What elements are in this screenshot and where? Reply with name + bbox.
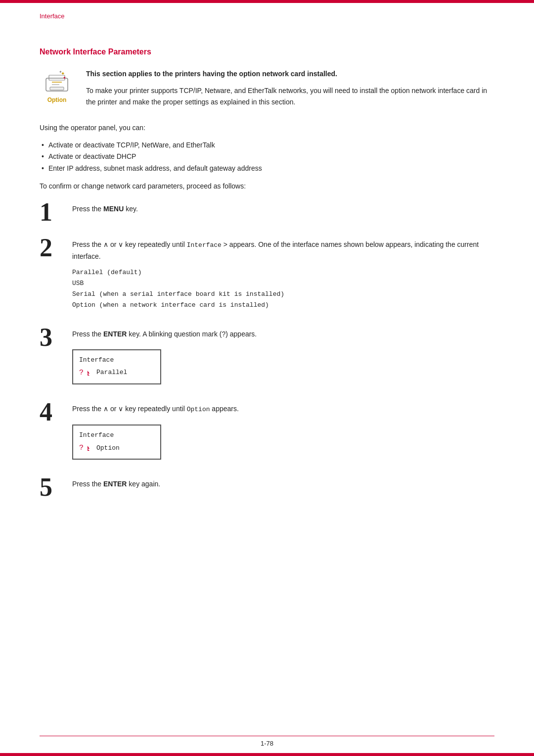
- svg-rect-2: [50, 87, 64, 90]
- step-2-row: 2 Press the ∧ or ∨ key repeatedly until …: [40, 235, 494, 315]
- step-3-display: Interface ? Parallel: [72, 349, 161, 384]
- step-4-text: Press the ∧ or ∨ key repeatedly until Op…: [72, 403, 494, 415]
- step-4-after: appears.: [210, 405, 238, 413]
- step-1-after: key.: [124, 205, 138, 213]
- step-1-plain: Press the: [72, 205, 103, 213]
- step-3-text: Press the ENTER key. A blinking question…: [72, 329, 494, 339]
- step-2-mono: Interface: [187, 241, 222, 249]
- step-2-number: 2: [40, 235, 63, 261]
- lcd-4-row-2: ? Option: [79, 441, 150, 455]
- step-2-plain: Press the ∧ or ∨ key repeatedly until: [72, 240, 187, 248]
- step-4-plain: Press the ∧ or ∨ key repeatedly until: [72, 405, 187, 413]
- step-1-row: 1 Press the MENU key.: [40, 199, 494, 225]
- intro-para2: Using the operator panel, you can:: [40, 122, 494, 133]
- step-1-text: Press the MENU key.: [72, 203, 494, 214]
- step-4-number: 4: [40, 399, 63, 425]
- intro-bold-text: This section applies to the printers hav…: [86, 68, 494, 79]
- step-1-content: Press the MENU key.: [72, 199, 494, 219]
- svg-text:✦: ✦: [59, 70, 62, 74]
- code-line-2: USB: [72, 278, 494, 289]
- svg-marker-11: [88, 449, 89, 451]
- lcd-4-line-1: Interface: [79, 429, 114, 441]
- step-3-row: 3 Press the ENTER key. A blinking questi…: [40, 325, 494, 389]
- bullet-item-2: Activate or deactivate DHCP: [40, 151, 494, 163]
- step-4-content: Press the ∧ or ∨ key repeatedly until Op…: [72, 399, 494, 465]
- step-1-number: 1: [40, 199, 63, 225]
- svg-marker-10: [88, 446, 89, 449]
- breadcrumb: Interface: [40, 3, 494, 24]
- bullet-list: Activate or deactivate TCP/IP, NetWare, …: [40, 140, 494, 175]
- bottom-rule: [40, 736, 494, 736]
- bottom-bar: [0, 753, 534, 756]
- code-line-3: Serial (when a serial interface board ki…: [72, 289, 494, 300]
- option-icon-area: ✦ ✦ ✦ Option: [40, 68, 74, 113]
- step-4-display: Interface ? Option: [72, 425, 161, 459]
- step-4-mono: Option: [187, 406, 210, 413]
- intro-block: ✦ ✦ ✦ Option This section applies to the…: [40, 68, 494, 113]
- code-line-4: Option (when a network interface card is…: [72, 300, 494, 311]
- intro-para1: To make your printer supports TCP/IP, Ne…: [86, 85, 494, 107]
- code-line-1: Parallel (default): [72, 267, 494, 278]
- svg-marker-8: [88, 371, 89, 374]
- lcd-3-line-1: Interface: [79, 354, 114, 366]
- bullet-item-3: Enter IP address, subnet mask address, a…: [40, 163, 494, 175]
- svg-text:✦: ✦: [63, 76, 66, 80]
- option-icon-label: Option: [47, 96, 67, 103]
- lcd-3-row-2: ? Parallel: [79, 366, 150, 379]
- page-footer: 1-78: [0, 740, 534, 747]
- step-5-bold: ENTER: [103, 480, 127, 488]
- step-1-bold: MENU: [103, 205, 124, 213]
- step-2-code: Parallel (default) USB Serial (when a se…: [72, 267, 494, 311]
- lcd-3-arrow: ?: [79, 366, 84, 379]
- lcd-3-row-1: Interface: [79, 354, 150, 366]
- step-5-number: 5: [40, 474, 63, 500]
- step-5-content: Press the ENTER key again.: [72, 474, 494, 494]
- step-3-plain: Press the: [72, 330, 103, 338]
- step-3-number: 3: [40, 325, 63, 350]
- step-5-after: key again.: [127, 480, 160, 488]
- lcd-4-arrow-icon: [87, 444, 93, 452]
- step-5-plain: Press the: [72, 480, 103, 488]
- step-2-content: Press the ∧ or ∨ key repeatedly until In…: [72, 235, 494, 315]
- printer-icon: ✦ ✦ ✦: [42, 68, 72, 95]
- step-3-bold: ENTER: [103, 330, 127, 338]
- lcd-4-line-2: Option: [96, 442, 120, 454]
- lcd-4-qmark: ?: [79, 441, 84, 455]
- step-5-text: Press the ENTER key again.: [72, 478, 494, 489]
- step-4-row: 4 Press the ∧ or ∨ key repeatedly until …: [40, 399, 494, 465]
- lcd-4-row-1: Interface: [79, 429, 150, 441]
- lcd-3-arrow-icon: [87, 369, 93, 377]
- step-3-content: Press the ENTER key. A blinking question…: [72, 325, 494, 389]
- svg-marker-9: [88, 374, 89, 376]
- lcd-3-line-2: Parallel: [96, 367, 127, 378]
- confirm-text: To confirm or change network card parame…: [40, 181, 494, 191]
- bullet-item-1: Activate or deactivate TCP/IP, NetWare, …: [40, 140, 494, 151]
- step-5-row: 5 Press the ENTER key again.: [40, 474, 494, 500]
- breadcrumb-link[interactable]: Interface: [40, 12, 65, 20]
- intro-text: This section applies to the printers hav…: [86, 68, 494, 113]
- step-2-text: Press the ∧ or ∨ key repeatedly until In…: [72, 239, 494, 262]
- step-3-after: key. A blinking question mark (?) appear…: [127, 330, 257, 338]
- steps-section: 1 Press the MENU key. 2 Press the ∧ or ∨…: [40, 199, 494, 500]
- section-title: Network Interface Parameters: [40, 47, 494, 56]
